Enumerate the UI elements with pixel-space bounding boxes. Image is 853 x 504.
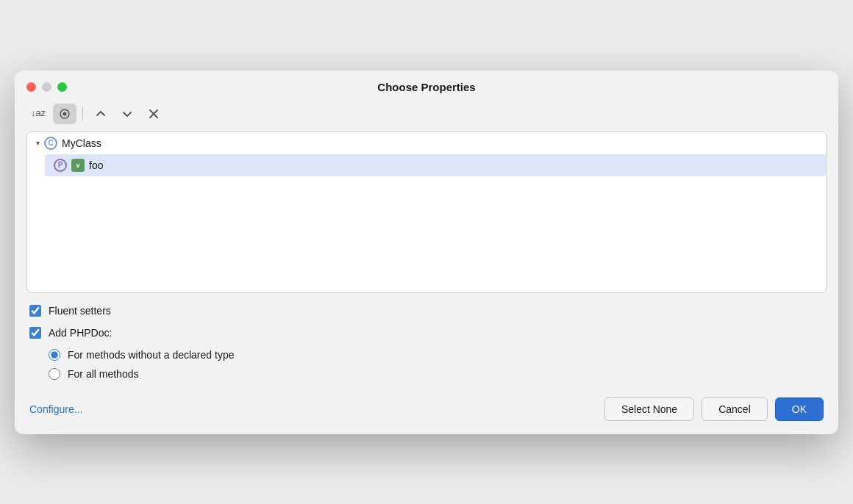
footer-buttons: Select None Cancel OK [604,397,824,421]
class-label: MyClass [62,137,101,149]
maximize-window-button[interactable] [57,82,67,92]
add-phpdoc-checkbox[interactable] [29,327,41,339]
options-section: Fluent setters Add PHPDoc: For methods w… [15,293,838,380]
property-icon: P [54,159,67,172]
tree-container[interactable]: ▾ C MyClass P v foo [26,132,827,293]
radio-group: For methods without a declared type For … [49,349,824,380]
add-phpdoc-label: Add PHPDoc: [49,327,112,339]
sort-az-icon: ↓az [31,108,46,118]
radio-all-input[interactable] [49,368,60,380]
window-controls [26,82,67,92]
close-icon [149,109,158,118]
radio-all-row: For all methods [49,368,824,380]
ok-button[interactable]: OK [775,397,824,421]
radio-all-label: For all methods [68,368,138,380]
close-toolbar-button[interactable] [142,104,165,124]
tree-item-class[interactable]: ▾ C MyClass [27,132,826,154]
toolbar: ↓az [15,98,838,132]
move-up-button[interactable] [89,104,113,124]
configure-link[interactable]: Configure... [29,403,82,415]
titlebar: Choose Properties [15,71,838,98]
circle-filter-icon [59,108,71,120]
property-label: foo [89,159,103,171]
move-down-button[interactable] [115,104,139,124]
class-icon: C [44,137,57,150]
sort-az-button[interactable]: ↓az [26,104,50,124]
cancel-button[interactable]: Cancel [702,397,768,421]
tree-item-property[interactable]: P v foo [45,154,826,176]
radio-undeclared-label: For methods without a declared type [68,349,234,361]
minimize-window-button[interactable] [42,82,51,92]
footer: Configure... Select None Cancel OK [15,387,838,434]
expand-chevron-icon: ▾ [36,139,40,147]
close-window-button[interactable] [26,82,36,92]
toolbar-divider [82,107,83,121]
fluent-setters-label: Fluent setters [49,305,111,317]
radio-undeclared-row: For methods without a declared type [49,349,824,361]
add-phpdoc-row: Add PHPDoc: [29,327,824,339]
radio-undeclared-input[interactable] [49,349,60,361]
chevron-down-icon [122,109,132,119]
var-icon: v [71,159,85,172]
chevron-up-icon [96,109,106,119]
dialog-title: Choose Properties [377,81,475,93]
dialog: Choose Properties ↓az [15,71,838,434]
fluent-setters-checkbox[interactable] [29,305,41,317]
fluent-setters-row: Fluent setters [29,305,824,317]
svg-point-1 [63,112,67,115]
select-none-button[interactable]: Select None [604,397,694,421]
circle-filter-button[interactable] [53,104,76,124]
